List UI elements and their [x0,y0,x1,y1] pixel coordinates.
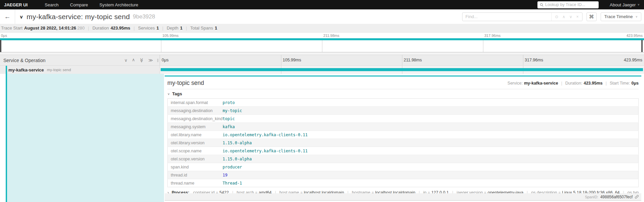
column-resizer-handle[interactable] [157,59,158,62]
span-detail-title: my-topic send [167,80,204,87]
chevron-down-icon: ∨ [167,92,170,96]
span-detail-row: my-topic send Service: my-kafka-service … [0,74,644,202]
duration-label: Duration [92,26,109,31]
about-jaeger-label: About Jaeger [610,2,636,7]
deep-link-icon[interactable] [635,195,639,199]
timeline-tick-label: 317.96ms [525,58,543,62]
chevron-down-icon: ∨ [635,15,638,18]
prev-match-icon[interactable]: ∧ [562,15,565,19]
nav-right-group: About Jaeger ∨ [537,1,640,8]
trace-id-lookup[interactable] [537,1,599,8]
trace-id-short: 9be3928 [133,13,155,20]
expand-all-icon[interactable]: ≫ [148,58,153,62]
expand-one-icon[interactable]: ∨ [132,58,135,62]
trace-header-bar: ← ∨ my-kafka-service: my-topic send 9be3… [0,9,644,24]
span-id-value: 498856af6507fecf [600,195,633,199]
depth-value: 1 [180,26,183,31]
minimap-left-scrubber[interactable] [0,40,1,52]
span-timeline-cell[interactable] [160,66,644,74]
minimap-tick-label: 211.98ms [323,34,339,38]
back-button[interactable]: ← [0,13,15,20]
span-detail-header: my-topic send Service: my-kafka-service … [165,77,641,88]
trace-title: my-kafka-service: my-topic send [27,13,130,21]
span-duration-bar[interactable] [161,68,643,71]
start-time-label: Start Time: [610,81,630,86]
tag-value: kafka [223,123,638,131]
tag-key: span.kind [168,163,223,171]
span-color-accent [6,66,7,74]
span-name-column[interactable]: my-kafka-service my-topic send [0,66,160,74]
tag-row: thread.id19 [168,171,639,179]
minimap-tick-label: 423.95ms [627,34,643,38]
trace-start-label: Trace Start [1,26,23,31]
clear-find-icon[interactable]: × [576,15,579,19]
find-input[interactable] [462,14,551,19]
total-spans-value: 1 [215,26,217,31]
minimap-ruler: 0μs 105.99ms 211.98ms 317.96ms 423.95ms [0,33,644,38]
trace-view-selector-label: Trace Timeline [604,14,633,19]
timeline-ticks-header: 0μs 105.99ms 211.98ms 317.96ms 423.95ms [160,55,644,65]
span-row[interactable]: my-kafka-service my-topic send [0,65,644,74]
tag-row: messaging.destinationmy-topic [168,107,639,115]
trace-view-selector[interactable]: Trace Timeline ∨ [601,12,641,21]
about-jaeger-menu[interactable]: About Jaeger ∨ [610,2,640,7]
tag-row: span.kindproducer [168,163,639,171]
next-match-icon[interactable]: ∨ [569,15,572,19]
span-id-label: SpanID: [585,195,598,199]
nav-item-compare[interactable]: Compare [64,2,93,7]
chevron-down-icon: ∨ [637,3,640,6]
tag-row: otel.library.version1.15.0-alpha [168,139,639,147]
tag-key: otel.library.name [168,131,223,139]
divider: | [561,81,562,86]
tag-key: otel.scope.version [168,155,223,163]
minimap-tick-label: 105.99ms [162,34,178,38]
tags-accordion-toggle[interactable]: ∨ Tags [165,89,641,98]
service-label: Service: [508,81,523,86]
nav-item-system-architecture[interactable]: System Architecture [94,2,144,7]
tag-key: messaging.system [168,123,223,131]
span-operation-name: my-topic send [47,68,71,72]
tag-value: topic [223,115,638,123]
collapse-all-icon[interactable]: ≫ [139,58,144,63]
nav-item-search[interactable]: Search [39,2,64,7]
minimap-gridline [322,40,322,52]
tag-row: messaging.destination_kindtopic [168,115,639,123]
divider [0,52,644,55]
start-time-value: 0μs [631,81,639,86]
duration-value: 423.95ms [111,26,130,31]
minimap-tick-label: 0μs [1,34,7,38]
keyboard-shortcuts-button[interactable]: ⌘ [587,12,597,21]
tags-table-body: internal.span.formatprotomessaging.desti… [168,99,639,187]
trace-header-controls: ⊙ ∧ ∨ × ⌘ Trace Timeline ∨ [462,12,644,21]
span-detail-meta: Service: my-kafka-service | Duration: 42… [508,81,639,86]
match-focus-icon[interactable]: ⊙ [555,15,558,19]
span-detail-panel: my-topic send Service: my-kafka-service … [165,75,641,202]
tag-value: io.opentelemetry.kafka-clients-0.11 [223,147,638,155]
trace-start-fraction: .280 [76,26,84,31]
find-controls: ⊙ ∧ ∨ × [551,13,582,21]
timeline-tick-label: 0μs [162,58,168,62]
tag-value: io.opentelemetry.kafka-clients-0.11 [223,131,638,139]
tag-key: messaging.destination_kind [168,115,223,123]
tag-key: internal.span.format [168,99,223,107]
tag-key: otel.library.version [168,139,223,147]
timeline-gridline [523,55,523,65]
minimap-canvas[interactable] [0,38,644,52]
minimap-right-scrubber[interactable] [641,40,643,52]
collapse-trace-chevron-icon[interactable]: ∨ [19,14,23,19]
collapse-one-icon[interactable]: ∨ [124,58,128,62]
services-label: Services [138,26,155,31]
find-bar: ⊙ ∧ ∨ × [462,12,582,21]
trace-minimap[interactable]: 0μs 105.99ms 211.98ms 317.96ms 423.95ms [0,33,644,52]
tags-section-label: Tags [172,91,182,96]
jaeger-ui-logo[interactable]: JAEGER UI [4,2,28,7]
expanded-row-accent [7,74,164,202]
services-value: 1 [157,26,159,31]
timeline-gridline [281,55,281,65]
tag-row: otel.library.nameio.opentelemetry.kafka-… [168,131,639,139]
minimap-gridline [161,40,161,52]
tag-row: otel.scope.nameio.opentelemetry.kafka-cl… [168,147,639,155]
service-value: my-kafka-service [524,81,558,86]
tag-value: 1.15.0-alpha [223,155,638,163]
trace-id-lookup-input[interactable] [545,2,596,7]
